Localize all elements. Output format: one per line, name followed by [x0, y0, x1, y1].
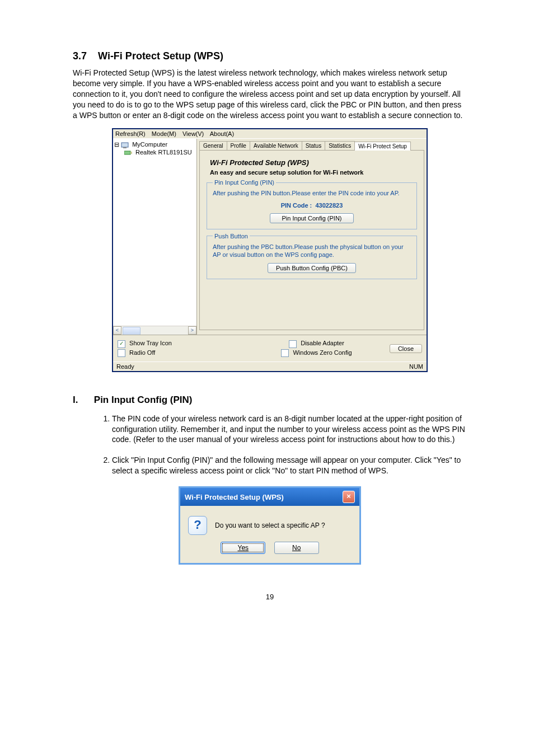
pin-code-label: PIN Code :	[281, 202, 312, 209]
disable-adapter-label: Disable Adapter	[301, 340, 344, 346]
dialog-buttons: Yes No	[180, 542, 359, 563]
footer-row: ✓ Show Tray Icon Radio Off Disable Adapt…	[113, 335, 427, 361]
tree-child[interactable]: Realtek RTL8191SU	[114, 149, 195, 156]
svg-rect-2	[124, 151, 130, 154]
footer-right: Close	[383, 344, 422, 353]
menu-bar[interactable]: Refresh(R) Mode(M) View(V) About(A)	[113, 129, 427, 139]
scroll-thumb[interactable]	[123, 327, 140, 335]
sub-section-heading: I. Pin Input Config (PIN)	[73, 395, 467, 406]
footer-left: ✓ Show Tray Icon Radio Off	[118, 339, 250, 358]
document-page: 3.7 Wi-Fi Protect Setup (WPS) Wi-Fi Prot…	[0, 0, 534, 635]
sub-section-number: I.	[73, 395, 78, 405]
checkbox-empty-icon[interactable]	[118, 349, 125, 357]
tree-root[interactable]: ⊟ MyComputer	[114, 141, 195, 148]
dialog-body: ? Do you want to select a specific AP ?	[180, 506, 359, 542]
intro-paragraph: Wi-Fi Protected Setup (WPS) is the lates…	[73, 68, 467, 120]
menu-about[interactable]: About(A)	[210, 130, 234, 137]
pbc-config-button[interactable]: Push Button Config (PBC)	[268, 263, 356, 273]
no-button[interactable]: No	[274, 542, 319, 554]
status-bar: Ready NUM	[113, 361, 427, 371]
dialog-message: Do you want to select a specific AP ?	[215, 522, 325, 529]
radio-off-row[interactable]: Radio Off	[118, 349, 250, 357]
pbc-legend: Push Button	[213, 233, 250, 240]
pin-legend: Pin Input Config (PIN)	[213, 179, 276, 186]
checkbox-empty-icon[interactable]	[281, 349, 289, 357]
disable-adapter-row[interactable]: Disable Adapter	[250, 340, 383, 348]
scroll-track[interactable]	[121, 326, 188, 335]
checkbox-empty-icon[interactable]	[289, 340, 297, 348]
list-item: Click "Pin Input Config (PIN)" and the f…	[112, 455, 467, 476]
adapter-icon	[124, 149, 132, 156]
pin-code-row: PIN Code : 43022823	[213, 202, 411, 209]
tab-wps[interactable]: Wi-Fi Protect Setup	[354, 142, 411, 151]
wps-subtitle: An easy and secure setup solution for Wi…	[210, 169, 417, 176]
app-window: Refresh(R) Mode(M) View(V) About(A) ⊟ My…	[112, 128, 428, 372]
scrollbar[interactable]: < >	[113, 326, 196, 335]
menu-refresh[interactable]: Refresh(R)	[115, 130, 146, 137]
yes-button[interactable]: Yes	[221, 542, 265, 554]
dialog-title-bar[interactable]: Wi-Fi Protected Setup (WPS) ×	[180, 488, 359, 506]
tab-content: Wi-Fi Protected Setup (WPS) An easy and …	[199, 150, 424, 330]
win-zero-row[interactable]: Windows Zero Config	[250, 349, 383, 357]
status-ready: Ready	[116, 363, 134, 370]
checkbox-checked-icon[interactable]: ✓	[118, 340, 125, 348]
computer-icon	[121, 142, 129, 149]
pbc-instruction: After pushing the PBC button.Please push…	[213, 243, 411, 259]
status-num: NUM	[409, 363, 423, 370]
tab-profile[interactable]: Profile	[227, 141, 250, 150]
menu-mode[interactable]: Mode(M)	[152, 130, 176, 137]
app-body: ⊟ MyComputer Realtek RTL8191SU < >	[113, 139, 427, 335]
sub-section-title: Pin Input Config (PIN)	[94, 395, 193, 405]
section-heading: 3.7 Wi-Fi Protect Setup (WPS)	[73, 50, 467, 62]
tab-status[interactable]: Status	[302, 141, 325, 150]
minus-icon: ⊟	[114, 141, 119, 148]
wps-title: Wi-Fi Protected Setup (WPS)	[210, 158, 417, 167]
numbered-list: The PIN code of your wireless network ca…	[95, 414, 467, 476]
close-icon[interactable]: ×	[343, 491, 355, 503]
svg-rect-0	[121, 143, 128, 147]
tree-child-label: Realtek RTL8191SU	[135, 149, 192, 156]
section-title: Wi-Fi Protect Setup (WPS)	[98, 50, 223, 62]
tab-pane: General Profile Available Network Status…	[197, 139, 427, 335]
dialog-title-text: Wi-Fi Protected Setup (WPS)	[185, 493, 284, 501]
tree-pane[interactable]: ⊟ MyComputer Realtek RTL8191SU < >	[113, 139, 197, 335]
pin-instruction: After pushing the PIN button.Please ente…	[213, 189, 411, 197]
no-label: No	[292, 544, 301, 552]
close-button[interactable]: Close	[390, 344, 422, 353]
wps-dialog: Wi-Fi Protected Setup (WPS) × ? Do you w…	[179, 486, 361, 565]
pin-group: Pin Input Config (PIN) After pushing the…	[207, 179, 417, 229]
tree-root-label: MyComputer	[132, 141, 167, 148]
tab-bar: General Profile Available Network Status…	[199, 141, 424, 150]
pin-code-value: 43022823	[315, 202, 343, 209]
win-zero-label: Windows Zero Config	[293, 349, 352, 356]
list-item: The PIN code of your wireless network ca…	[112, 414, 467, 445]
pin-config-button[interactable]: Pin Input Config (PIN)	[270, 213, 354, 223]
radio-off-label: Radio Off	[129, 349, 155, 356]
scroll-left-icon[interactable]: <	[113, 326, 121, 335]
tab-general[interactable]: General	[199, 141, 227, 150]
svg-rect-1	[123, 147, 127, 148]
footer-center: Disable Adapter Windows Zero Config	[250, 339, 383, 358]
show-tray-row[interactable]: ✓ Show Tray Icon	[118, 340, 250, 348]
question-icon: ?	[188, 516, 207, 535]
section-number: 3.7	[73, 50, 87, 62]
menu-view[interactable]: View(V)	[182, 130, 204, 137]
svg-rect-3	[130, 152, 132, 154]
page-number: 19	[73, 593, 467, 601]
tab-statistics[interactable]: Statistics	[325, 141, 355, 150]
yes-label: Yes	[238, 544, 249, 552]
pbc-group: Push Button After pushing the PBC button…	[207, 233, 417, 280]
scroll-right-icon[interactable]: >	[188, 326, 196, 335]
tab-available-network[interactable]: Available Network	[250, 141, 302, 150]
show-tray-label: Show Tray Icon	[129, 340, 172, 346]
